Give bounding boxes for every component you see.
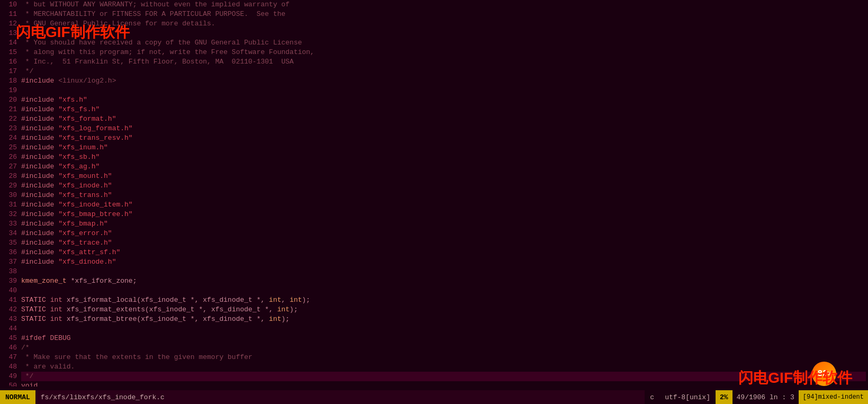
line-code: * GNU General Public License for more de… [21,19,866,29]
code-line: 31#include "xfs_inode_item.h" [0,200,868,210]
line-code: #include "xfs_attr_sf.h" [21,248,866,257]
line-code: #ifdef DEBUG [21,334,866,343]
line-number: 19 [2,86,17,95]
vim-mode: NORMAL [0,390,35,404]
line-number: 27 [2,162,17,172]
code-line: 44 [0,324,868,334]
code-line: 29#include "xfs_inode.h" [0,181,868,191]
encoding-indicator: utf-8[unix] [659,390,716,404]
line-number: 40 [2,286,17,295]
line-number: 43 [2,315,17,324]
line-code: #include "xfs_trace.h" [21,238,866,248]
code-line: 35#include "xfs_trace.h" [0,238,868,248]
code-line: 38 [0,267,868,276]
line-number: 20 [2,95,17,105]
line-code: STATIC int xfs_iformat_btree(xfs_inode_t… [21,315,866,324]
code-line: 24#include "xfs_trans_resv.h" [0,133,868,143]
line-number: 37 [2,257,17,267]
line-number: 14 [2,38,17,48]
line-number: 36 [2,248,17,257]
code-line: 48 * are valid. [0,362,868,372]
code-line: 28#include "xfs_mount.h" [0,172,868,181]
line-code: #include "xfs_dinode.h" [21,257,866,267]
line-code: #include "xfs_bmap.h" [21,219,866,229]
code-line: 42STATIC int xfs_iformat_extents(xfs_ino… [0,305,868,315]
file-path: fs/xfs/libxfs/xfs_inode_fork.c [35,390,645,404]
line-number: 30 [2,191,17,200]
code-line: 20#include "xfs.h" [0,95,868,105]
line-code: * You should have received a copy of the… [21,38,866,48]
line-code: #include "xfs_mount.h" [21,172,866,181]
line-code: * [21,29,866,38]
line-number: 41 [2,295,17,305]
badge-suffix: % [828,371,831,377]
line-number: 48 [2,362,17,372]
line-number: 50 [2,381,17,387]
line-number: 23 [2,124,17,133]
line-number: 45 [2,334,17,343]
line-number: 28 [2,172,17,181]
line-number: 38 [2,267,17,276]
line-code: #include "xfs_fs.h" [21,105,866,114]
line-number: 13 [2,29,17,38]
code-line: 14 * You should have received a copy of … [0,38,868,48]
line-number: 29 [2,181,17,191]
code-line: 17 */ [0,67,868,76]
line-number: 33 [2,219,17,229]
line-code [21,324,866,334]
line-number: 47 [2,353,17,362]
line-code: #include "xfs_inum.h" [21,143,866,152]
line-number: 24 [2,133,17,143]
code-line: 47 * Make sure that the extents in the g… [0,353,868,362]
line-number: 42 [2,305,17,315]
code-line: 11 * MERCHANTABILITY or FITNESS FOR A PA… [0,10,868,19]
line-code: #include "xfs_trans.h" [21,191,866,200]
line-code: #include "xfs_trans_resv.h" [21,133,866,143]
line-number: 21 [2,105,17,114]
line-code [21,86,866,95]
line-number: 26 [2,152,17,162]
line-number: 11 [2,10,17,19]
line-code: * Make sure that the extents in the give… [21,353,866,362]
code-line: 34#include "xfs_error.h" [0,229,868,238]
line-number: 34 [2,229,17,238]
code-line: 16 * Inc., 51 Franklin St, Fifth Floor, … [0,57,868,67]
line-number: 49 [2,372,17,381]
line-code: * Inc., 51 Franklin St, Fifth Floor, Bos… [21,57,866,67]
line-number: 17 [2,67,17,76]
code-line: 23#include "xfs_log_format.h" [0,124,868,133]
code-line: 40 [0,286,868,295]
line-number: 31 [2,200,17,210]
code-line: 25#include "xfs_inum.h" [0,143,868,152]
line-number: 15 [2,48,17,57]
line-code: /* [21,343,866,353]
code-line: 15 * along with this program; if not, wr… [0,48,868,57]
line-code: #include "xfs_format.h" [21,114,866,124]
line-code: STATIC int xfs_iformat_extents(xfs_inode… [21,305,866,315]
code-editor: 10 * but WITHOUT ANY WARRANTY; without e… [0,0,868,387]
code-line: 10 * but WITHOUT ANY WARRANTY; without e… [0,0,868,10]
code-line: 39kmem_zone_t *xfs_ifork_zone; [0,276,868,286]
line-code: * MERCHANTABILITY or FITNESS FOR A PARTI… [21,10,866,19]
badge-value: 82 [817,369,827,379]
status-bar: NORMAL fs/xfs/libxfs/xfs_inode_fork.c c … [0,390,868,404]
line-code: #include "xfs_sb.h" [21,152,866,162]
code-line: 27#include "xfs_ag.h" [0,162,868,172]
percentage-badge: 82% [812,362,836,386]
code-line: 30#include "xfs_trans.h" [0,191,868,200]
filetype-indicator: c [645,390,659,404]
line-code: #include "xfs.h" [21,95,866,105]
line-number: 12 [2,19,17,29]
line-code: #include "xfs_inode_item.h" [21,200,866,210]
line-code: #include "xfs_bmap_btree.h" [21,210,866,219]
code-line: 45#ifdef DEBUG [0,334,868,343]
line-number: 10 [2,0,17,10]
line-code: */ [21,372,866,381]
line-number: 46 [2,343,17,353]
line-number: 44 [2,324,17,334]
line-code: * along with this program; if not, write… [21,48,866,57]
extra-status: [94]mixed-indent [799,390,868,404]
code-line: 36#include "xfs_attr_sf.h" [0,248,868,257]
line-number: 25 [2,143,17,152]
line-number: 22 [2,114,17,124]
